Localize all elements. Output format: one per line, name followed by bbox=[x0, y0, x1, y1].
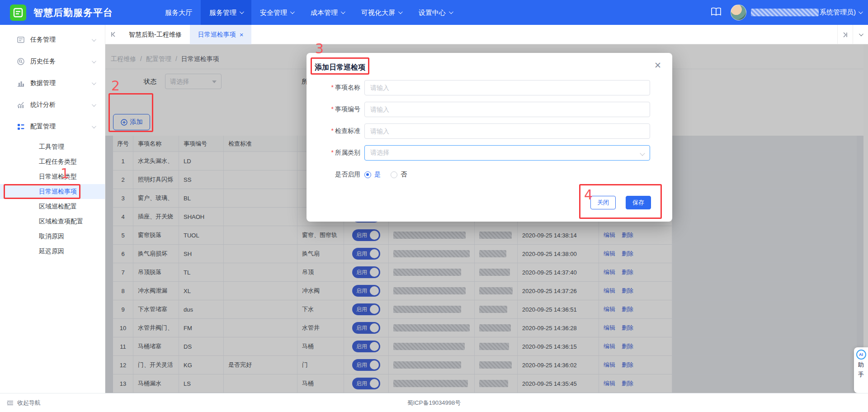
task-list-icon bbox=[17, 36, 25, 44]
chevron-down-icon bbox=[92, 37, 96, 42]
trend-chart-icon bbox=[17, 101, 25, 109]
dialog-title: 添加日常巡检项 bbox=[315, 63, 365, 72]
chevron-down-icon bbox=[449, 9, 453, 14]
collapse-menu-icon bbox=[7, 400, 14, 406]
tab-bar: 智慧后勤-工程维修 日常巡检事项 × bbox=[105, 25, 868, 44]
history-search-icon bbox=[17, 57, 25, 66]
radio-unchecked-icon bbox=[391, 171, 397, 178]
chevron-down-icon bbox=[240, 9, 244, 14]
close-icon[interactable]: ✕ bbox=[654, 60, 661, 71]
tab-close-icon[interactable]: × bbox=[240, 25, 244, 44]
sidebar-item-daily-inspection-items[interactable]: 日常巡检事项 bbox=[0, 184, 105, 199]
item-code-input[interactable] bbox=[364, 102, 650, 117]
tabs-scroll-right-icon[interactable] bbox=[837, 25, 853, 44]
enabled-radio-no[interactable]: 否 bbox=[391, 170, 407, 179]
field-label-check-standard: *检查标准 bbox=[307, 127, 364, 135]
config-submenu: 工具管理 工程任务类型 日常巡检类型 日常巡检事项 区域巡检配置 区域检查项配置… bbox=[0, 139, 105, 259]
app-logo-icon bbox=[10, 5, 26, 21]
chevron-down-icon bbox=[398, 9, 403, 14]
check-standard-input[interactable] bbox=[364, 123, 650, 139]
chevron-up-icon bbox=[92, 124, 96, 128]
sidebar-item-config-mgmt[interactable]: 配置管理 bbox=[0, 116, 105, 137]
chevron-down-icon bbox=[92, 59, 96, 63]
dialog-form: *事项名称 *事项编号 *检查标准 *所属类别 请选择 是否启用 是 bbox=[307, 80, 672, 189]
menu-service-hall[interactable]: 服务大厅 bbox=[156, 0, 201, 25]
tab-daily-inspection-items[interactable]: 日常巡检事项 × bbox=[190, 25, 252, 44]
menu-cost-mgmt[interactable]: 成本管理 bbox=[302, 0, 353, 25]
chevron-down-icon bbox=[341, 9, 345, 14]
chevron-down-icon bbox=[92, 102, 96, 107]
bottom-bar: 蜀ICP备19034998号 收起导航 bbox=[0, 393, 868, 412]
field-label-enabled: 是否启用 bbox=[307, 170, 364, 179]
collapse-nav-button[interactable]: 收起导航 bbox=[7, 393, 41, 412]
sidebar-item-tool-mgmt[interactable]: 工具管理 bbox=[0, 139, 105, 154]
sidebar-item-project-task-type[interactable]: 工程任务类型 bbox=[0, 154, 105, 169]
category-select[interactable]: 请选择 bbox=[364, 145, 650, 161]
field-label-item-name: *事项名称 bbox=[307, 84, 364, 92]
icp-record-text: 蜀ICP备19034998号 bbox=[0, 393, 868, 412]
sidebar-item-history-tasks[interactable]: 历史任务 bbox=[0, 51, 105, 72]
sidebar-item-daily-inspection-type[interactable]: 日常巡检类型 bbox=[0, 169, 105, 184]
tabs-menu-chevron-icon[interactable] bbox=[853, 25, 868, 44]
user-avatar[interactable] bbox=[731, 5, 746, 20]
menu-service-mgmt[interactable]: 服务管理 bbox=[201, 0, 251, 25]
dialog-footer: 关闭 保存 bbox=[590, 196, 651, 209]
sidebar-item-area-check-item-config[interactable]: 区域检查项配置 bbox=[0, 214, 105, 229]
save-button[interactable]: 保存 bbox=[626, 196, 651, 209]
chevron-down-icon bbox=[290, 9, 295, 14]
menu-dashboard[interactable]: 可视化大屏 bbox=[353, 0, 410, 25]
user-role-label[interactable]: 系统管理员) bbox=[820, 8, 856, 17]
enabled-radio-yes[interactable]: 是 bbox=[364, 170, 381, 179]
field-label-item-code: *事项编号 bbox=[307, 105, 364, 114]
chevron-down-icon bbox=[640, 151, 645, 156]
ai-assistant-widget[interactable]: AI 助 手 bbox=[854, 347, 868, 393]
sidebar-item-data-mgmt[interactable]: 数据管理 bbox=[0, 72, 105, 94]
main-menu: 服务大厅 服务管理 安全管理 成本管理 可视化大屏 设置中心 bbox=[156, 0, 461, 25]
sidebar-item-area-inspection-config[interactable]: 区域巡检配置 bbox=[0, 199, 105, 214]
handbook-icon[interactable] bbox=[711, 7, 722, 18]
tab-project-maintenance[interactable]: 智慧后勤-工程维修 bbox=[121, 25, 190, 44]
user-name-redacted bbox=[751, 9, 819, 16]
top-navbar: 智慧后勤服务平台 服务大厅 服务管理 安全管理 成本管理 可视化大屏 设置中心 … bbox=[0, 0, 868, 25]
sidebar-nav: 任务管理 历史任务 数据管理 统计分析 配置管理 工具管理 工程任务类型 日常巡… bbox=[0, 25, 105, 393]
sidebar-item-cancel-reason[interactable]: 取消原因 bbox=[0, 229, 105, 244]
menu-safety-mgmt[interactable]: 安全管理 bbox=[251, 0, 302, 25]
config-grid-icon bbox=[17, 123, 25, 131]
field-label-category: *所属类别 bbox=[307, 149, 364, 157]
bar-chart-icon bbox=[17, 79, 25, 87]
radio-checked-icon bbox=[364, 171, 371, 178]
sidebar-item-delay-reason[interactable]: 延迟原因 bbox=[0, 244, 105, 259]
add-inspection-item-dialog: 添加日常巡检项 ✕ *事项名称 *事项编号 *检查标准 *所属类别 请选择 是否… bbox=[307, 53, 672, 222]
chevron-down-icon bbox=[92, 81, 96, 85]
tabs-scroll-left-icon[interactable] bbox=[105, 25, 121, 44]
chevron-down-icon[interactable] bbox=[859, 9, 863, 14]
navbar-right: 系统管理员) bbox=[711, 0, 868, 25]
ai-logo-icon: AI bbox=[856, 350, 866, 360]
sidebar-item-statistics[interactable]: 统计分析 bbox=[0, 94, 105, 116]
app-title: 智慧后勤服务平台 bbox=[33, 0, 113, 25]
close-button[interactable]: 关闭 bbox=[590, 196, 616, 209]
menu-settings-center[interactable]: 设置中心 bbox=[410, 0, 461, 25]
sidebar-item-task-mgmt[interactable]: 任务管理 bbox=[0, 29, 105, 51]
item-name-input[interactable] bbox=[364, 80, 650, 95]
